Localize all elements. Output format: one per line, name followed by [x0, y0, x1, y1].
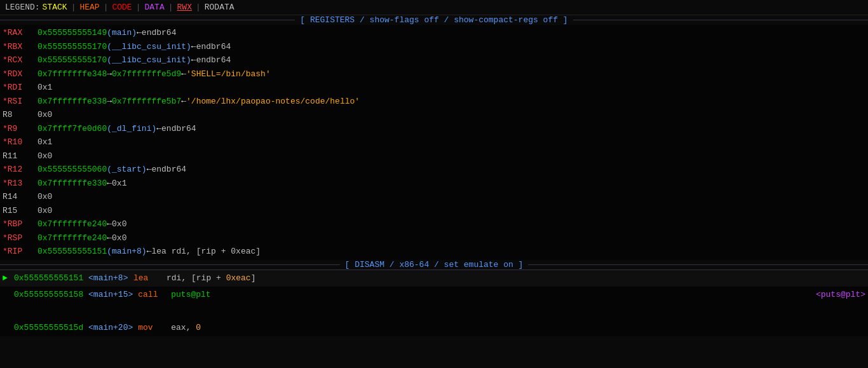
reg-rip-name: *RIP — [3, 245, 37, 258]
registers-header-text: [ REGISTERS / show-flags off / show-comp… — [295, 15, 573, 25]
reg-rsi-name: *RSI — [3, 95, 37, 108]
registers-section: *RAX 0x555555555149 (main) ← endbr64 *RB… — [0, 25, 868, 260]
reg-rbx: *RBX 0x555555555170 (__libc_csu_init) ← … — [0, 40, 868, 54]
disasm-row-1: 0x555555555158 <main+15> call puts@plt <… — [0, 287, 868, 303]
disasm-func-1: <main+15> — [88, 290, 133, 299]
reg-r10-name: *R10 — [3, 136, 37, 149]
disasm-comment-1: <puts@plt> — [816, 288, 865, 302]
disasm-mnemonic-1: call — [133, 288, 171, 302]
reg-rsi: *RSI 0x7fffffffe338 → 0x7fffffffe5b7 ← '… — [0, 95, 868, 109]
disasm-row-2: 0x55555555515d <main+20> mov eax, 0 — [0, 320, 868, 336]
reg-r10: *R10 0x1 — [0, 135, 868, 149]
legend-heap: HEAP — [79, 3, 99, 12]
disasm-addr-1: 0x555555555158 — [14, 290, 83, 299]
reg-rcx-name: *RCX — [3, 54, 37, 67]
legend-code: CODE — [112, 3, 132, 12]
reg-r13: *R13 0x7fffffffe330 ← 0x1 — [0, 177, 868, 191]
reg-r14: R14 0x0 — [0, 190, 868, 204]
reg-rbx-name: *RBX — [3, 41, 37, 53]
disasm-row-current: ► 0x555555555151 <main+8> lea rdi, [rip … — [0, 270, 868, 287]
legend-data: DATA — [145, 3, 165, 12]
reg-rdi-name: *RDI — [3, 81, 37, 94]
disasm-operands-2: eax, 0 — [171, 321, 865, 335]
registers-section-header: [ REGISTERS / show-flags off / show-comp… — [0, 15, 868, 25]
reg-r11: R11 0x0 — [0, 149, 868, 163]
reg-rax: *RAX 0x555555555149 (main) ← endbr64 — [0, 26, 868, 40]
disasm-header-text: [ DISASM / x86-64 / set emulate on ] — [340, 260, 529, 269]
reg-rbp: *RBP 0x7fffffffe240 ← 0x0 — [0, 217, 868, 231]
reg-r15-name: R15 — [3, 205, 37, 217]
legend-bar: LEGEND: STACK | HEAP | CODE | DATA | RWX… — [0, 0, 868, 15]
reg-r14-name: R14 — [3, 191, 37, 203]
reg-rdx: *RDX 0x7fffffffe348 → 0x7fffffffe5d9 ← '… — [0, 67, 868, 81]
disasm-mnemonic-0: lea — [128, 271, 166, 285]
disasm-arrow-current: ► — [3, 271, 14, 285]
reg-r8-name: R8 — [3, 109, 37, 121]
legend-rwx: RWX — [177, 3, 192, 12]
disasm-row-blank — [0, 303, 868, 320]
reg-r9-name: *R9 — [3, 123, 37, 135]
disasm-mnemonic-2: mov — [133, 321, 171, 335]
legend-rodata: RODATA — [205, 3, 234, 12]
reg-rax-name: *RAX — [3, 27, 37, 39]
reg-r11-name: R11 — [3, 150, 37, 163]
disasm-func-2: <main+20> — [88, 323, 133, 332]
legend-prefix: LEGEND: — [5, 3, 40, 12]
reg-rsp-name: *RSP — [3, 232, 37, 245]
disasm-operands-1: puts@plt — [171, 288, 790, 302]
reg-r12-name: *R12 — [3, 163, 37, 176]
disasm-section: ► 0x555555555151 <main+8> lea rdi, [rip … — [0, 269, 868, 336]
reg-rdx-name: *RDX — [3, 68, 37, 81]
legend-stack: STACK — [43, 3, 67, 12]
reg-rcx: *RCX 0x555555555170 (__libc_csu_init) ← … — [0, 53, 868, 67]
disasm-addr-2: 0x55555555515d — [14, 323, 83, 332]
reg-r13-name: *R13 — [3, 177, 37, 190]
reg-rsp: *RSP 0x7fffffffe240 ← 0x0 — [0, 231, 868, 245]
reg-rip: *RIP 0x555555555151 (main+8) ← lea rdi, … — [0, 245, 868, 259]
disasm-section-header: [ DISASM / x86-64 / set emulate on ] — [0, 260, 868, 269]
disasm-operands-0: rdi, [rip + 0xeac] — [166, 271, 865, 285]
disasm-addr-0: 0x555555555151 — [14, 273, 83, 283]
reg-rbp-name: *RBP — [3, 218, 37, 231]
reg-r12: *R12 0x555555555060 (_start) ← endbr64 — [0, 163, 868, 177]
reg-r15: R15 0x0 — [0, 204, 868, 218]
reg-r9: *R9 0x7ffff7fe0d60 (_dl_fini) ← endbr64 — [0, 122, 868, 136]
reg-r8: R8 0x0 — [0, 108, 868, 122]
reg-rdi: *RDI 0x1 — [0, 81, 868, 95]
disasm-func-0: <main+8> — [88, 273, 128, 283]
